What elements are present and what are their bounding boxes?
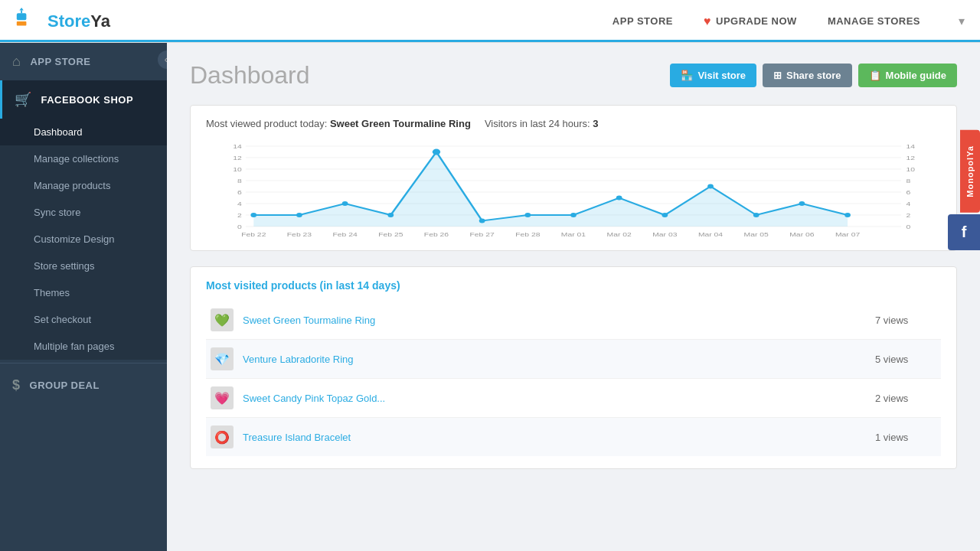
product-row-2: 💎 Venture Labradorite Ring 5 views: [206, 340, 941, 379]
svg-point-41: [799, 201, 805, 206]
shop-icon: 🛒: [15, 91, 32, 108]
dollar-icon: $: [12, 377, 21, 393]
svg-text:6: 6: [906, 189, 911, 196]
product-thumb-4: ⭕: [211, 425, 234, 448]
product-name-3[interactable]: Sweet Candy Pink Topaz Gold...: [243, 393, 875, 404]
svg-point-42: [844, 213, 851, 217]
svg-point-40: [753, 213, 760, 217]
home-icon: ⌂: [12, 54, 21, 70]
svg-text:Mar 06: Mar 06: [789, 231, 814, 238]
product-views-1: 7 views: [875, 315, 936, 326]
svg-rect-1: [17, 21, 27, 25]
svg-text:10: 10: [906, 166, 916, 173]
svg-text:Mar 01: Mar 01: [561, 231, 586, 238]
product-views-2: 5 views: [875, 354, 936, 365]
content-header: Dashboard 🏪 Visit store ⊞ Share store 📋 …: [190, 61, 957, 90]
sidebar-item-store-settings[interactable]: Store settings: [0, 253, 167, 279]
svg-point-29: [250, 213, 256, 217]
svg-point-30: [296, 213, 302, 217]
product-thumb-3: 💗: [211, 386, 234, 409]
logo[interactable]: StoreYa: [15, 8, 110, 35]
sidebar-item-app-store[interactable]: ⌂ APP STORE: [0, 43, 167, 80]
svg-text:12: 12: [906, 155, 916, 161]
product-name-2[interactable]: Venture Labradorite Ring: [243, 354, 875, 365]
nav-links: APP STORE ♥ UPGRADE NOW MANAGE STORES ▾: [612, 14, 965, 28]
upgrade-now-button[interactable]: ♥ UPGRADE NOW: [704, 15, 797, 28]
top-navigation: StoreYa APP STORE ♥ UPGRADE NOW MANAGE S…: [0, 0, 980, 43]
svg-text:14: 14: [906, 143, 916, 150]
sidebar-item-customize-design[interactable]: Customize Design: [0, 226, 167, 253]
monopolya-side-tab[interactable]: MonopolYa: [960, 130, 980, 213]
svg-text:Feb 25: Feb 25: [378, 231, 403, 238]
svg-text:Feb 22: Feb 22: [241, 231, 266, 238]
top-accent-bar: [0, 40, 980, 42]
chart-card: Most viewed product today: Sweet Green T…: [190, 105, 957, 251]
sidebar-item-multiple-fan-pages[interactable]: Multiple fan pages: [0, 333, 167, 360]
svg-text:Feb 24: Feb 24: [332, 231, 357, 238]
product-name-1[interactable]: Sweet Green Tourmaline Ring: [243, 315, 875, 326]
product-thumb-2: 💎: [211, 347, 234, 370]
sidebar-item-manage-collections[interactable]: Manage collections: [0, 145, 167, 172]
svg-text:Feb 27: Feb 27: [470, 231, 495, 238]
svg-text:14: 14: [233, 143, 242, 150]
sidebar-item-group-deal[interactable]: $ GROUP DEAL: [0, 367, 167, 404]
product-row-4: ⭕ Treasure Island Bracelet 1 views: [206, 418, 941, 456]
nav-app-store[interactable]: APP STORE: [612, 15, 673, 27]
facebook-shop-submenu: Dashboard Manage collections Manage prod…: [0, 119, 167, 360]
svg-text:0: 0: [237, 223, 242, 230]
svg-text:0: 0: [906, 223, 911, 230]
chart-svg: 14 12 10 8 6 4 2 0 14 12 10 8 6 4 2 0: [206, 139, 941, 238]
svg-text:10: 10: [233, 166, 242, 173]
svg-text:Feb 26: Feb 26: [424, 231, 449, 238]
chart-header: Most viewed product today: Sweet Green T…: [206, 118, 941, 129]
sidebar-item-facebook-shop[interactable]: 🛒 FACEBOOK SHOP: [0, 80, 167, 119]
sidebar-item-set-checkout[interactable]: Set checkout: [0, 306, 167, 333]
sidebar-item-sync-store[interactable]: Sync store: [0, 199, 167, 226]
svg-text:Mar 03: Mar 03: [652, 231, 677, 238]
svg-point-33: [433, 149, 440, 155]
visit-store-button[interactable]: 🏪 Visit store: [670, 64, 756, 87]
page-title: Dashboard: [190, 61, 310, 90]
products-card: Most visited products (in last 14 days) …: [190, 266, 957, 469]
mobile-icon: 📋: [869, 70, 881, 81]
product-views-3: 2 views: [875, 393, 936, 404]
sidebar-divider: [0, 363, 167, 364]
product-row-1: 💚 Sweet Green Tourmaline Ring 7 views: [206, 301, 941, 340]
heart-icon: ♥: [704, 15, 711, 28]
product-thumb-1: 💚: [211, 308, 234, 331]
sidebar-item-dashboard[interactable]: Dashboard: [0, 119, 167, 145]
svg-point-37: [616, 196, 622, 201]
svg-text:Feb 28: Feb 28: [515, 231, 540, 238]
svg-text:Mar 04: Mar 04: [698, 231, 723, 238]
facebook-side-tab[interactable]: f: [948, 214, 980, 250]
share-icon: ⊞: [773, 70, 782, 81]
sidebar-item-manage-products[interactable]: Manage products: [0, 172, 167, 199]
svg-text:Mar 07: Mar 07: [835, 231, 860, 238]
svg-point-32: [387, 213, 394, 217]
svg-text:8: 8: [237, 178, 242, 184]
svg-text:8: 8: [906, 178, 911, 184]
header-actions: 🏪 Visit store ⊞ Share store 📋 Mobile gui…: [670, 64, 957, 87]
svg-point-39: [707, 184, 714, 189]
svg-point-35: [524, 213, 531, 217]
main-content: Dashboard 🏪 Visit store ⊞ Share store 📋 …: [167, 43, 980, 551]
sidebar-item-themes[interactable]: Themes: [0, 279, 167, 306]
svg-text:12: 12: [233, 155, 242, 161]
nav-manage-stores[interactable]: MANAGE STORES: [828, 15, 920, 27]
svg-text:Mar 05: Mar 05: [744, 231, 769, 238]
svg-text:4: 4: [237, 201, 242, 207]
products-table-header: Most visited products (in last 14 days): [206, 279, 941, 292]
sidebar: « ⌂ APP STORE 🛒 FACEBOOK SHOP Dashboard …: [0, 43, 167, 551]
product-name-4[interactable]: Treasure Island Bracelet: [243, 432, 875, 443]
svg-rect-0: [17, 13, 27, 20]
main-layout: « ⌂ APP STORE 🛒 FACEBOOK SHOP Dashboard …: [0, 43, 980, 551]
logo-text: StoreYa: [47, 11, 110, 31]
svg-text:2: 2: [906, 212, 911, 219]
product-views-4: 1 views: [875, 432, 936, 443]
mobile-guide-button[interactable]: 📋 Mobile guide: [858, 64, 957, 87]
svg-text:4: 4: [906, 201, 911, 207]
svg-point-31: [342, 201, 348, 206]
svg-text:Mar 02: Mar 02: [607, 231, 632, 238]
share-store-button[interactable]: ⊞ Share store: [763, 64, 852, 87]
chevron-down-icon: ▾: [959, 14, 965, 28]
